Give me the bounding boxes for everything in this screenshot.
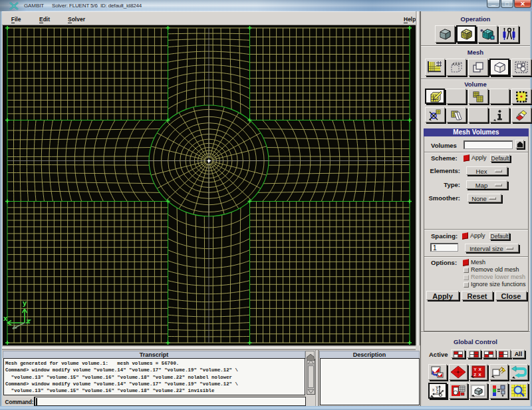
svg-text:x: x <box>3 314 8 322</box>
svg-text:Z X: Z X <box>474 373 481 377</box>
svg-text:Y X: Y X <box>474 367 481 371</box>
svg-text:y: y <box>23 299 27 307</box>
svg-text:z: z <box>436 389 438 393</box>
svg-text:x: x <box>432 387 435 392</box>
